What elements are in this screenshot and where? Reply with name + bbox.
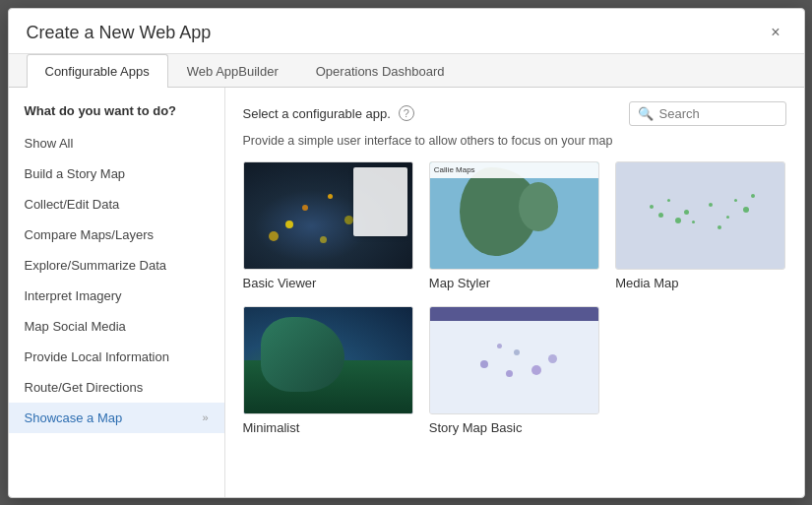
sidebar-item-showcase-map[interactable]: Showcase a Map » xyxy=(9,403,224,433)
sidebar-header: What do you want to do? xyxy=(9,99,224,128)
app-name-minimalist: Minimalist xyxy=(243,420,413,435)
sidebar-item-label: Provide Local Information xyxy=(25,349,169,364)
search-box[interactable]: 🔍 xyxy=(629,101,786,126)
sidebar-item-label: Showcase a Map xyxy=(25,410,123,425)
sidebar-item-label: Build a Story Map xyxy=(25,166,126,181)
sidebar-item-explore-summarize[interactable]: Explore/Summarize Data xyxy=(9,250,224,281)
tab-web-appbuilder[interactable]: Web AppBuilder xyxy=(168,54,297,88)
main-header-left: Select a configurable app. ? xyxy=(243,105,414,121)
dialog-title: Create a New Web App xyxy=(27,23,212,43)
sidebar-item-label: Show All xyxy=(25,136,74,151)
sidebar-item-provide-local[interactable]: Provide Local Information xyxy=(9,342,224,372)
tab-configurable-apps[interactable]: Configurable Apps xyxy=(27,54,168,88)
app-name-basic-viewer: Basic Viewer xyxy=(243,276,413,290)
sidebar-item-build-story-map[interactable]: Build a Story Map xyxy=(9,158,224,189)
description-text: Provide a simple user interface to allow… xyxy=(243,134,786,148)
main-header: Select a configurable app. ? 🔍 xyxy=(243,101,786,126)
app-thumbnail-story-map-basic xyxy=(429,306,599,414)
select-label: Select a configurable app. xyxy=(243,106,391,121)
sidebar-item-collect-edit[interactable]: Collect/Edit Data xyxy=(9,189,224,220)
sidebar-item-label: Compare Maps/Layers xyxy=(25,227,155,242)
story-dots xyxy=(430,307,598,413)
dialog-header: Create a New Web App × xyxy=(9,9,804,54)
create-web-app-dialog: Create a New Web App × Configurable Apps… xyxy=(8,8,805,498)
sidebar-item-label: Collect/Edit Data xyxy=(25,197,120,212)
app-name-story-map-basic: Story Map Basic xyxy=(429,420,599,435)
sidebar-item-label: Route/Get Directions xyxy=(25,380,144,395)
chevron-right-icon: » xyxy=(202,411,208,423)
app-thumbnail-minimalist xyxy=(243,306,413,414)
close-button[interactable]: × xyxy=(765,23,785,42)
us-dots xyxy=(616,162,784,269)
tab-operations-dashboard[interactable]: Operations Dashboard xyxy=(297,54,464,88)
app-card-basic-viewer[interactable]: Basic Viewer xyxy=(243,161,413,290)
app-card-media-map[interactable]: Media Map xyxy=(615,161,785,290)
sidebar-item-label: Map Social Media xyxy=(25,319,126,334)
search-input[interactable] xyxy=(659,106,778,121)
main-content: Select a configurable app. ? 🔍 Provide a… xyxy=(225,88,804,497)
app-thumbnail-map-styler: Callie Maps xyxy=(429,161,599,270)
sidebar: What do you want to do? Show All Build a… xyxy=(9,88,225,497)
sidebar-item-interpret-imagery[interactable]: Interpret Imagery xyxy=(9,281,224,311)
app-thumbnail-basic-viewer xyxy=(243,161,413,270)
app-grid: Basic Viewer Callie Maps Map Styler xyxy=(243,161,786,435)
sidebar-item-map-social-media[interactable]: Map Social Media xyxy=(9,311,224,342)
dialog-body: What do you want to do? Show All Build a… xyxy=(9,88,804,497)
search-icon: 🔍 xyxy=(638,106,654,121)
app-name-media-map: Media Map xyxy=(615,276,785,290)
sidebar-item-compare-maps[interactable]: Compare Maps/Layers xyxy=(9,220,224,250)
sidebar-item-show-all[interactable]: Show All xyxy=(9,128,224,158)
sidebar-item-route-directions[interactable]: Route/Get Directions xyxy=(9,372,224,403)
dots-overlay xyxy=(244,162,412,269)
app-name-map-styler: Map Styler xyxy=(429,276,599,290)
app-card-minimalist[interactable]: Minimalist xyxy=(243,306,413,435)
app-card-map-styler[interactable]: Callie Maps Map Styler xyxy=(429,161,599,290)
sidebar-item-label: Explore/Summarize Data xyxy=(25,258,167,273)
tab-bar: Configurable Apps Web AppBuilder Operati… xyxy=(9,54,804,88)
app-thumbnail-media-map xyxy=(615,161,785,270)
sidebar-item-label: Interpret Imagery xyxy=(25,288,122,303)
help-icon[interactable]: ? xyxy=(399,105,414,121)
app-card-story-map-basic[interactable]: Story Map Basic xyxy=(429,306,599,435)
